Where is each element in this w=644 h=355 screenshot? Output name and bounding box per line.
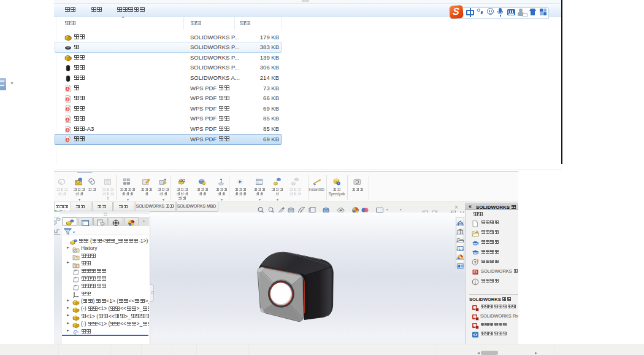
svg-text:?: ? xyxy=(474,260,477,265)
svg-text:i: i xyxy=(475,279,476,285)
